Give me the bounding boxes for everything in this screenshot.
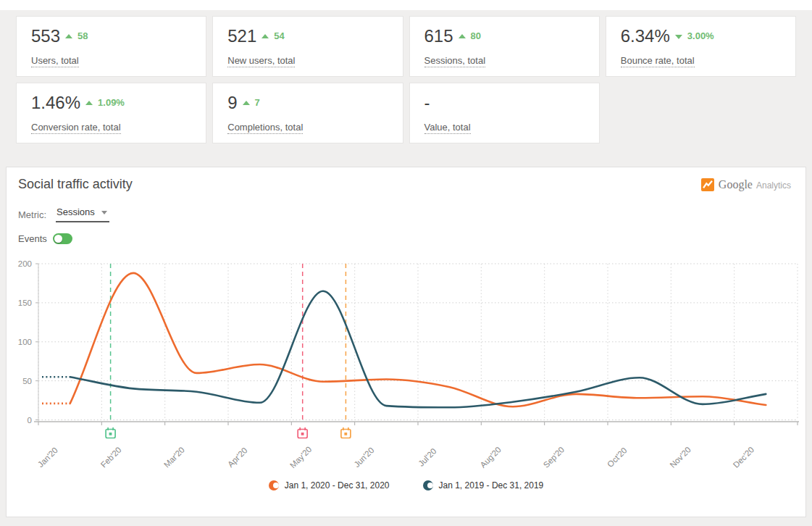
y-axis-label: 50 [22,377,32,385]
top-strip [0,0,812,10]
kpi-card: 52154New users, total [212,16,403,77]
x-axis-label: May'20 [288,445,313,469]
metric-row: Metric: Sessions [18,206,805,222]
kpi-value: 553 [31,27,60,46]
legend-item[interactable]: Jan 1, 2019 - Dec 31, 2019 [423,480,544,490]
y-axis-label: 100 [18,338,32,346]
y-axis-label: 200 [18,259,32,268]
x-axis-label: Jun'20 [352,446,375,469]
google-analytics-logo: Google Analytics [701,178,791,191]
metric-label: Metric: [18,209,46,220]
legend-item[interactable]: Jan 1, 2020 - Dec 31, 2020 [269,480,390,490]
events-row: Events [18,233,805,244]
legend-label: Jan 1, 2019 - Dec 31, 2019 [439,480,544,490]
kpi-card: 61580Sessions, total [409,16,600,77]
kpi-label[interactable]: New users, total [227,55,295,67]
kpi-label[interactable]: Completions, total [227,122,303,134]
toggle-knob [54,235,62,243]
panel-header: Social traffic activity Google Analytics [7,167,805,192]
event-calendar-icon[interactable] [341,427,351,438]
delta-up-icon [459,34,466,38]
chevron-down-icon [101,211,107,214]
kpi-value: 9 [227,93,237,112]
x-axis-label: Feb'20 [99,446,123,469]
kpi-card: 6.34%3.00%Bounce rate, total [606,16,796,77]
kpi-delta: 1.09% [98,97,125,108]
kpi-delta: 80 [471,30,481,41]
x-axis-label: Jul'20 [417,446,438,467]
x-axis-label: Sep'20 [542,445,566,469]
chart-svg: 050100150200Jan'20Feb'20Mar'20Apr'20May'… [7,254,807,480]
kpi-value: - [424,93,430,112]
kpi-card: 55358Users, total [16,16,206,77]
kpi-label[interactable]: Users, total [31,55,79,67]
delta-up-icon [65,34,72,38]
logo-product-text: Analytics [756,180,791,191]
x-axis-label: Jan'20 [36,446,59,469]
kpi-value: 1.46% [31,93,80,112]
events-toggle[interactable] [53,233,72,244]
x-axis-label: Aug'20 [478,445,503,469]
kpi-label[interactable]: Conversion rate, total [31,122,121,134]
delta-up-icon [261,34,269,38]
metric-dropdown[interactable]: Sessions [56,206,109,222]
kpi-section: 55358Users, total52154New users, total61… [0,10,812,156]
legend-swatch-icon [269,480,279,490]
page-title: Social traffic activity [18,177,133,192]
legend-swatch-icon [423,480,433,490]
kpi-grid: 55358Users, total52154New users, total61… [16,16,796,143]
x-axis-label: Mar'20 [162,446,186,469]
delta-up-icon [243,101,250,105]
events-label: Events [18,233,47,244]
x-axis-label: Nov'20 [668,445,692,469]
kpi-value: 615 [424,27,453,46]
logo-brand-text: Google [719,178,753,191]
kpi-card: 97Completions, total [212,83,403,143]
event-calendar-icon[interactable] [106,427,115,438]
legend-label: Jan 1, 2020 - Dec 31, 2020 [285,480,390,490]
google-analytics-icon [701,178,714,191]
kpi-card: 1.46%1.09%Conversion rate, total [16,83,206,143]
metric-selected-value: Sessions [56,206,95,217]
x-axis-label: Apr'20 [226,446,249,469]
y-axis-label: 150 [18,299,32,307]
kpi-delta: 7 [255,97,260,108]
delta-down-icon [675,35,682,39]
kpi-value: 521 [227,27,256,46]
x-axis-label: Dec'20 [732,445,756,469]
kpi-delta: 58 [78,30,88,41]
delta-up-icon [85,101,93,105]
kpi-delta: 3.00% [687,30,714,41]
traffic-line-chart: 050100150200Jan'20Feb'20Mar'20Apr'20May'… [7,254,807,480]
kpi-card: -Value, total [409,83,600,143]
y-axis-label: 0 [28,416,32,425]
social-traffic-panel: Social traffic activity Google Analytics… [6,167,806,517]
kpi-delta: 54 [274,30,284,41]
kpi-value: 6.34% [621,27,670,46]
kpi-label[interactable]: Sessions, total [424,55,486,67]
chart-legend: Jan 1, 2020 - Dec 31, 2020Jan 1, 2019 - … [7,480,805,490]
kpi-label[interactable]: Bounce rate, total [621,55,695,67]
event-calendar-icon[interactable] [298,427,307,438]
kpi-label[interactable]: Value, total [424,122,471,134]
x-axis-label: Oct'20 [606,446,629,469]
